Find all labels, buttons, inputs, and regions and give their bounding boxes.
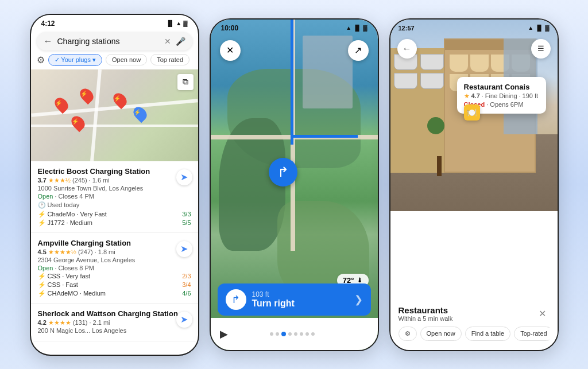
status-2: Open · Closes 8 PM (38, 265, 191, 271)
map-layers-button[interactable]: ⧉ (177, 74, 194, 90)
tree-trunk (437, 156, 442, 176)
result-item-1[interactable]: ➤ Electric Boost Charging Station 3.7 ★★… (31, 161, 198, 233)
charger-avail-2-2: 4/6 (182, 290, 191, 297)
time-3: 12:57 (399, 25, 415, 32)
result-item-3[interactable]: ➤ Sherlock and Wattson Charging Station … (31, 304, 198, 341)
reviews-3: (131) (73, 319, 88, 326)
used-today-1: 🕐 Used today (38, 201, 191, 209)
panel-close-button[interactable]: ✕ (536, 306, 550, 320)
restaurants-panel: Restaurants Within a 5 min walk ✕ ⚙ Open… (390, 297, 558, 350)
chip-rated-label: Top rated (157, 56, 183, 63)
building-left (390, 48, 449, 173)
back-icon-3: ← (403, 44, 412, 54)
panel-chip-top-rated[interactable]: Top-rated (514, 327, 549, 341)
charger-avail-1-0: 3/3 (182, 211, 191, 217)
search-text: Charging stations (57, 37, 160, 46)
address-3: 200 N Magic Los... Los Angeles (38, 327, 191, 334)
stars-2: ★★★★½ (48, 248, 76, 256)
mic-icon[interactable]: 🎤 (176, 37, 185, 46)
signal-icon-3: ▐▌ (535, 25, 543, 31)
clear-icon[interactable]: ✕ (164, 37, 171, 46)
popup-dist-sep: · (519, 92, 521, 99)
result-name-3: Sherlock and Wattson Charging Station (38, 309, 191, 318)
map-background: ⧉ (31, 69, 198, 161)
panel-chip-find-table[interactable]: Find a table (465, 327, 510, 341)
phone-street-view: 12:57 ▲ ▐▌ ▓ ← ☰ (389, 18, 559, 351)
share-icon: ↗ (354, 45, 362, 56)
popup-type: · (482, 92, 483, 99)
charger-type-2-2: ⚡ CHAdeMO · Medium (38, 290, 106, 297)
charger-avail-1-1: 5/5 (182, 219, 191, 226)
stars-3: ★★★★ (48, 319, 71, 327)
dot-2 (276, 332, 279, 336)
panel-chips: ⚙ Open now Find a table Top-rated More (399, 327, 550, 341)
panel-chip-filter[interactable]: ⚙ (399, 327, 417, 341)
time-2: 10:00 (221, 24, 239, 32)
turn-text: 103 ft Turn right (252, 290, 295, 309)
status-bar-2: 10:00 ▲ ▐▌ ▓ (211, 20, 378, 33)
status-icons-2: ▲ ▐▌ ▓ (346, 25, 367, 31)
panel-subtitle: Within a 5 min walk (399, 315, 453, 322)
turn-distance: 103 ft (252, 290, 295, 298)
popup-type-text: Fine Dining (485, 92, 517, 99)
sv-back-button[interactable]: ← (397, 39, 417, 59)
result-meta-1: 3.7 ★★★½ (245) · 1.6 mi (38, 177, 191, 184)
map-area[interactable]: ⧉ (31, 69, 198, 161)
panel-header: Restaurants Within a 5 min walk ✕ (399, 305, 550, 322)
filter-chip-plugs[interactable]: ✓ Your plugs ▾ (48, 54, 103, 66)
layers-icon: ⧉ (183, 77, 188, 87)
nav-close-button[interactable]: ✕ (220, 40, 241, 61)
back-icon[interactable]: ← (44, 36, 53, 46)
address-1: 1000 Sunrise Town Blvd, Los Angeles (38, 185, 191, 192)
bw-3 (394, 73, 417, 89)
dist-3: 2.1 mi (93, 319, 110, 326)
stars-1: ★★★½ (48, 177, 71, 184)
chip-plugs-label: ✓ Your plugs ▾ (55, 56, 96, 64)
sv-menu-button[interactable]: ☰ (531, 39, 551, 59)
distance-2: · (95, 248, 96, 255)
nav-bottom-bar: ▶ (211, 318, 378, 350)
dist-1: 1.6 mi (92, 177, 110, 184)
nav-button-1[interactable]: ➤ (176, 169, 192, 185)
map-pin-2[interactable] (78, 86, 96, 104)
result-item-2[interactable]: ➤ Ampville Charging Station 4.5 ★★★★½ (2… (31, 233, 198, 304)
dot-5 (294, 332, 297, 336)
status-icons-1: ▐▌ ▲ ▓ (166, 20, 187, 26)
tree-top (427, 117, 444, 134)
restaurant-popup[interactable]: Restaurant Conais ★ 4.7 · Fine Dining · … (457, 77, 546, 114)
nav-button-2[interactable]: ➤ (176, 241, 192, 257)
filter-chip-rated[interactable]: Top rated (150, 54, 189, 65)
dist-2: 1.8 mi (98, 248, 115, 255)
popup-meta: ★ 4.7 · Fine Dining · 190 ft (464, 92, 539, 100)
panel-chip-open-now[interactable]: Open now (420, 327, 462, 341)
dot-8 (311, 332, 315, 336)
filter-icon[interactable]: ⚙ (37, 55, 45, 65)
charger-row-1-1: ⚡ J1772 · Medium 5/5 (38, 219, 191, 227)
progress-dots (270, 332, 315, 336)
charger-type-2-0: ⚡ CSS · Very fast (38, 273, 91, 280)
turn-chevron-right[interactable]: ❯ (354, 293, 363, 306)
map-pin-4[interactable] (69, 113, 88, 132)
popup-restaurant-icon[interactable]: 🍽️ (464, 104, 480, 121)
popup-distance: 190 ft (523, 92, 539, 99)
search-bar[interactable]: ← Charging stations ✕ 🎤 (37, 32, 192, 51)
panel-title: Restaurants (399, 305, 453, 315)
map-road-h2 (31, 125, 198, 127)
filter-chip-open[interactable]: Open now (106, 54, 147, 65)
popup-stars: ★ (464, 92, 470, 100)
find-table-label: Find a table (471, 330, 504, 337)
popup-rating: 4.7 (471, 92, 480, 99)
charger-row-2-2: ⚡ CHAdeMO · Medium 4/6 (38, 290, 191, 297)
nav-top-bar: ✕ ↗ (211, 36, 378, 65)
nav-share-button[interactable]: ↗ (348, 40, 369, 61)
status-bar-3: 12:57 ▲ ▐▌ ▓ (390, 20, 558, 33)
rating-2: 4.5 (38, 248, 47, 255)
result-meta-2: 4.5 ★★★★½ (247) · 1.8 mi (38, 248, 191, 256)
result-meta-3: 4.2 ★★★★ (131) · 2.1 mi (38, 319, 191, 327)
popup-restaurant-name: Restaurant Conais (464, 83, 539, 91)
turn-instruction-box[interactable]: ↱ 103 ft Turn right ❯ (218, 283, 371, 316)
play-button[interactable]: ▶ (220, 328, 228, 340)
turn-arrow-icon: ↱ (226, 289, 246, 310)
bw-4 (420, 73, 444, 89)
nav-button-3[interactable]: ➤ (176, 312, 192, 328)
